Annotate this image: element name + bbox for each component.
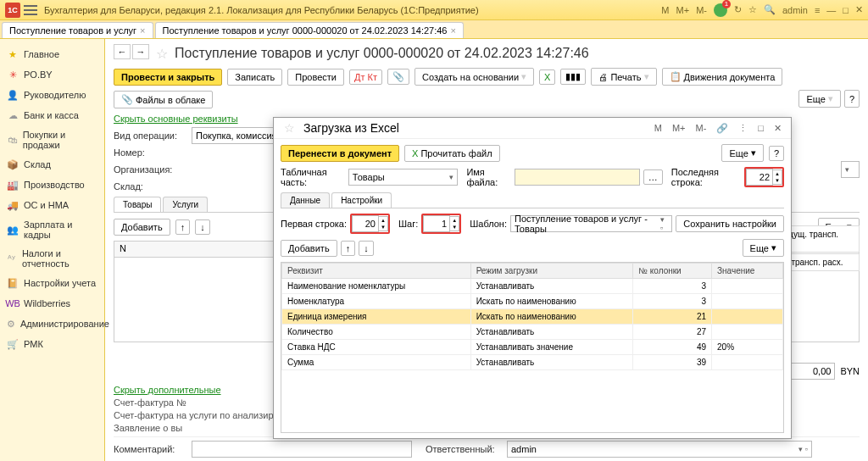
history-icon[interactable]: ↻ — [734, 4, 742, 15]
grid-row[interactable]: КоличествоУстанавливать27 — [282, 325, 783, 340]
add-row-button[interactable]: Добавить — [114, 219, 170, 236]
grid-more-button[interactable]: Еще ▾ — [743, 239, 784, 257]
hide-extra-link[interactable]: Скрыть дополнительные — [114, 385, 221, 395]
grid-row[interactable]: НоменклатураИскать по наименованию3 — [282, 294, 783, 309]
comment-input[interactable] — [192, 441, 412, 458]
resp-select[interactable]: admin▾ ▫ — [507, 441, 812, 458]
save-settings-button[interactable]: Сохранить настройки — [676, 215, 784, 232]
nav-back[interactable]: ← — [114, 44, 131, 59]
sidebar: ★Главное✳PO.BY👤Руководителю☁Банк и касса… — [0, 39, 105, 461]
grid-row[interactable]: СуммаУстанавливать39 — [282, 355, 783, 370]
settings-icon[interactable]: ≡ — [815, 5, 820, 15]
user-label[interactable]: admin — [782, 5, 808, 15]
mem-mminus[interactable]: M- — [696, 5, 707, 15]
window-tab[interactable]: Поступление товаров и услуг 0000-000020 … — [155, 22, 464, 38]
post-close-button[interactable]: Провести и закрыть — [114, 69, 222, 86]
star-icon[interactable]: ☆ — [284, 121, 295, 135]
maximize-icon[interactable]: □ — [755, 123, 766, 133]
close-icon[interactable]: ✕ — [855, 4, 863, 15]
favorite-icon[interactable]: ☆ — [748, 4, 757, 15]
template-select[interactable]: Поступление товаров и услуг - Товары▾ ▫ — [510, 215, 672, 232]
sidebar-item[interactable]: 🏭Производство — [0, 175, 104, 195]
org-dd[interactable]: ▾ — [841, 161, 860, 178]
step-spinner[interactable]: ▲▼ — [421, 214, 461, 234]
grid-down-button[interactable]: ↓ — [359, 241, 374, 256]
attachment-button[interactable]: 📎 — [387, 69, 409, 85]
create-based-button[interactable]: Создать на основании ▾ — [415, 68, 534, 86]
sidebar-item[interactable]: 🛍Покупки и продажи — [0, 125, 104, 154]
sidebar-item[interactable]: ✳PO.BY — [0, 64, 104, 85]
lastrow-label: Последняя строка: — [671, 167, 741, 187]
help-button[interactable]: ? — [844, 90, 860, 108]
tab-close-icon[interactable]: × — [140, 25, 145, 36]
more-button[interactable]: Еще ▾ — [798, 90, 840, 108]
print-button[interactable]: 🖨 Печать ▾ — [591, 68, 656, 86]
maximize-icon[interactable]: □ — [843, 5, 849, 15]
sidebar-item[interactable]: ★Главное — [0, 44, 104, 64]
grid-row[interactable]: Ставка НДСУстанавливать значение4920% — [282, 340, 783, 355]
minimize-icon[interactable]: — — [826, 5, 836, 15]
settings-grid[interactable]: РеквизитРежим загрузки№ колонкиЗначениеН… — [281, 262, 784, 433]
nds-input[interactable] — [784, 363, 835, 380]
modal-help-button[interactable]: ? — [769, 146, 784, 161]
cloud-files-button[interactable]: 📎 Файлы в облаке — [114, 91, 213, 108]
main-area: ← → ☆ Поступление товаров и услуг 0000-0… — [105, 39, 868, 461]
notifications-icon[interactable] — [714, 3, 727, 17]
mem-m[interactable]: M — [652, 123, 665, 133]
tabbar: Поступление товаров и услуг× Поступление… — [0, 20, 868, 39]
sidebar-item[interactable]: ⚙Администрирование — [0, 314, 104, 334]
move-up-button[interactable]: ↑ — [175, 219, 191, 235]
tab-close-icon[interactable]: × — [450, 25, 455, 36]
firstrow-spinner[interactable]: ▲▼ — [350, 214, 390, 234]
link-icon[interactable]: 🔗 — [714, 123, 731, 134]
file-input[interactable] — [515, 169, 640, 186]
tabpart-select[interactable]: Товары▾ — [348, 169, 459, 186]
modal-more-button[interactable]: Еще ▾ — [721, 144, 763, 162]
grid-add-button[interactable]: Добавить — [281, 240, 337, 257]
barcode-button[interactable]: ▮▮▮ — [560, 69, 586, 85]
mem-m[interactable]: M — [661, 5, 669, 15]
sidebar-item[interactable]: WBWildberries — [0, 293, 104, 314]
options-icon[interactable]: ⋮ — [736, 123, 750, 134]
sidebar-item[interactable]: 📦Склад — [0, 154, 104, 175]
window-tab[interactable]: Поступление товаров и услуг× — [2, 22, 153, 38]
tab-services[interactable]: Услуги — [163, 197, 208, 212]
file-browse-button[interactable]: … — [643, 169, 663, 185]
read-file-button[interactable]: X Прочитать файл — [404, 145, 499, 162]
sidebar-item[interactable]: 🚚ОС и НМА — [0, 195, 104, 215]
sidebar-item[interactable]: 🛒РМК — [0, 334, 104, 354]
post-button[interactable]: Провести — [287, 69, 344, 86]
close-icon[interactable]: ✕ — [771, 123, 784, 134]
mem-mplus[interactable]: M+ — [670, 123, 688, 133]
vid-label: Вид операции: — [114, 131, 186, 141]
lastrow-spinner[interactable]: ▲▼ — [744, 167, 784, 187]
sidebar-item[interactable]: 👤Руководителю — [0, 85, 104, 105]
nomer-label: Номер: — [114, 147, 186, 158]
menu-icon[interactable] — [24, 5, 37, 15]
hide-main-link[interactable]: Скрыть основные реквизиты — [114, 114, 238, 124]
mem-mplus[interactable]: M+ — [676, 5, 690, 15]
sidebar-item[interactable]: ᴬʸНалоги и отчетность — [0, 244, 104, 273]
move-down-button[interactable]: ↓ — [195, 219, 210, 235]
transfer-button[interactable]: Перенести в документ — [281, 145, 399, 162]
sidebar-item[interactable]: 👥Зарплата и кадры — [0, 215, 104, 244]
subtab-data[interactable]: Данные — [281, 192, 330, 208]
movements-button[interactable]: 📋 Движения документа — [662, 68, 783, 86]
sidebar-item[interactable]: 📔Настройки учета — [0, 273, 104, 293]
save-button[interactable]: Записать — [227, 69, 282, 86]
document-title: Поступление товаров и услуг 0000-000020 … — [175, 46, 589, 61]
subtab-settings[interactable]: Настройки — [331, 192, 392, 208]
dtkt-button[interactable]: Дт Кт — [349, 69, 382, 85]
mem-mminus[interactable]: M- — [693, 123, 709, 133]
grid-row[interactable]: Единица измеренияИскать по наименованию2… — [282, 309, 783, 325]
excel-button[interactable]: X — [539, 69, 555, 85]
tab-goods[interactable]: Товары — [114, 197, 161, 212]
nav-forward[interactable]: → — [132, 44, 149, 59]
sidebar-item[interactable]: ☁Банк и касса — [0, 105, 104, 125]
star-icon[interactable]: ☆ — [156, 46, 168, 62]
grid-up-button[interactable]: ↑ — [341, 241, 356, 256]
template-label: Шаблон: — [470, 219, 507, 229]
app-logo: 1C — [5, 3, 20, 18]
search-icon[interactable]: 🔍 — [764, 4, 776, 15]
grid-row[interactable]: Наименование номенклатурыУстанавливать3 — [282, 279, 783, 294]
